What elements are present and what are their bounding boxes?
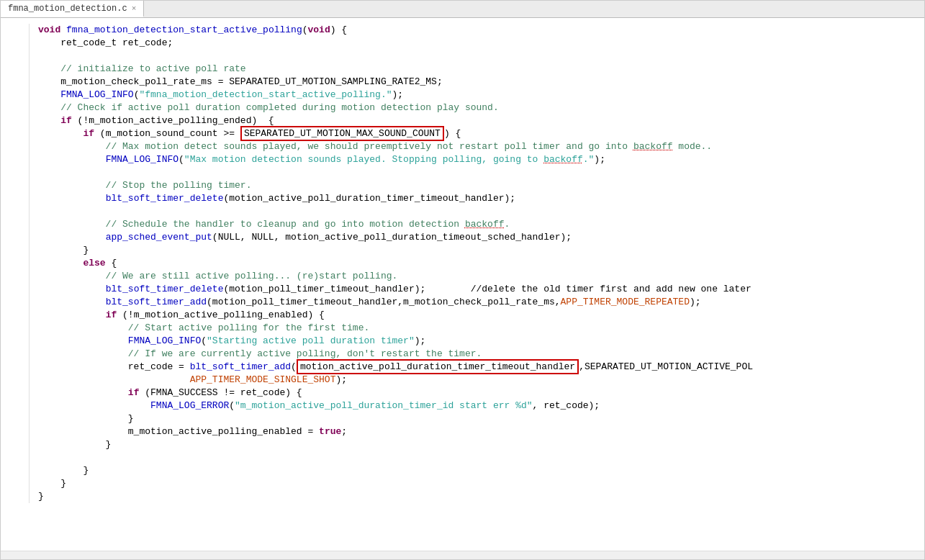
code-line-8: if (!m_motion_active_polling_ended) { <box>1 114 924 127</box>
tab-filename: fmna_motion_detection.c <box>8 4 127 14</box>
code-line-9: if (m_motion_sound_count >= SEPARATED_UT… <box>1 127 924 140</box>
code-line-33: } <box>1 438 924 451</box>
tab-bar: fmna_motion_detection.c × <box>1 1 924 18</box>
code-line-7: // Check if active poll duration complet… <box>1 101 924 114</box>
code-editor[interactable]: void fmna_motion_detection_start_active_… <box>1 18 924 551</box>
code-line-35: } <box>1 464 924 477</box>
code-line-27: ret_code = blt_soft_timer_add(motion_act… <box>1 361 924 374</box>
code-line-10: // Max motion detect sounds played, we s… <box>1 140 924 153</box>
code-line-2: ret_code_t ret_code; <box>1 37 924 50</box>
code-line-31: } <box>1 412 924 425</box>
code-line-15 <box>1 205 924 218</box>
code-line-36: } <box>1 477 924 490</box>
code-line-18: } <box>1 244 924 257</box>
file-tab[interactable]: fmna_motion_detection.c × <box>1 1 144 17</box>
code-line-23: if (!m_motion_active_polling_enabled) { <box>1 309 924 322</box>
code-line-19: else { <box>1 257 924 270</box>
code-line-11: FMNA_LOG_INFO("Max motion detection soun… <box>1 153 924 166</box>
code-line-25: FMNA_LOG_INFO("Starting active poll dura… <box>1 335 924 348</box>
code-line-32: m_motion_active_polling_enabled = true; <box>1 425 924 438</box>
code-line-34 <box>1 451 924 464</box>
code-line-22: blt_soft_timer_add(motion_poll_timer_tim… <box>1 296 924 309</box>
main-window: fmna_motion_detection.c × void fmna_moti… <box>0 0 925 560</box>
code-line-16: // Schedule the handler to cleanup and g… <box>1 218 924 231</box>
code-line-13: // Stop the polling timer. <box>1 179 924 192</box>
code-line-24: // Start active polling for the first ti… <box>1 322 924 335</box>
code-line-21: blt_soft_timer_delete(motion_poll_timer_… <box>1 283 924 296</box>
code-line-1: void fmna_motion_detection_start_active_… <box>1 24 924 37</box>
tab-close-icon[interactable]: × <box>132 4 137 13</box>
code-line-37: } <box>1 490 924 503</box>
code-line-29: if (FMNA_SUCCESS != ret_code) { <box>1 387 924 399</box>
code-line-20: // We are still active polling... (re)st… <box>1 270 924 283</box>
code-line-4: // initialize to active poll rate <box>1 63 924 76</box>
code-line-12 <box>1 166 924 179</box>
code-line-28: APP_TIMER_MODE_SINGLE_SHOT); <box>1 374 924 387</box>
code-line-3 <box>1 50 924 63</box>
code-line-5: m_motion_check_poll_rate_ms = SEPARATED_… <box>1 76 924 89</box>
code-line-30: FMNA_LOG_ERROR("m_motion_active_poll_dur… <box>1 399 924 412</box>
code-line-6: FMNA_LOG_INFO("fmna_motion_detection_sta… <box>1 89 924 101</box>
horizontal-scrollbar[interactable] <box>1 551 924 559</box>
code-line-14: blt_soft_timer_delete(motion_active_poll… <box>1 192 924 205</box>
code-line-17: app_sched_event_put(NULL, NULL, motion_a… <box>1 231 924 244</box>
